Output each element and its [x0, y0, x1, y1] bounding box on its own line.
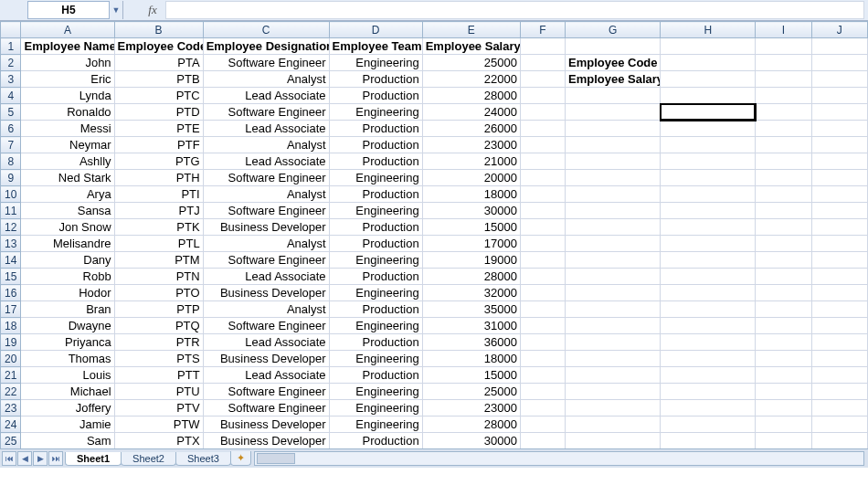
cell-J14[interactable]: [811, 252, 867, 269]
cell-B23[interactable]: PTV: [114, 400, 203, 416]
cell-H2[interactable]: [661, 55, 756, 71]
row-header-9[interactable]: 9: [1, 170, 21, 186]
cell-A21[interactable]: Louis: [21, 367, 114, 384]
cell-B2[interactable]: PTA: [114, 55, 203, 71]
cell-F11[interactable]: [520, 203, 565, 219]
cell-H4[interactable]: [661, 88, 756, 104]
cell-C2[interactable]: Software Engineer: [203, 55, 329, 71]
cell-G20[interactable]: [565, 351, 660, 367]
cell-I13[interactable]: [756, 236, 811, 252]
cell-G25[interactable]: [565, 433, 660, 449]
cell-B9[interactable]: PTH: [114, 170, 203, 186]
cell-E3[interactable]: 22000: [422, 71, 520, 88]
cell-A10[interactable]: Arya: [21, 186, 114, 203]
sheet-tab-sheet2[interactable]: Sheet2: [121, 452, 176, 466]
cell-F7[interactable]: [520, 137, 565, 153]
row-header-4[interactable]: 4: [1, 88, 21, 104]
column-header-I[interactable]: I: [756, 22, 811, 38]
cell-I16[interactable]: [756, 285, 811, 301]
name-box[interactable]: H5: [27, 1, 110, 19]
cell-G13[interactable]: [565, 236, 660, 252]
cell-E6[interactable]: 26000: [422, 121, 520, 137]
cell-D23[interactable]: Engineering: [329, 400, 422, 416]
cell-A16[interactable]: Hodor: [21, 285, 114, 301]
cell-H25[interactable]: [661, 433, 756, 449]
cell-G23[interactable]: [565, 400, 660, 416]
cell-G19[interactable]: [565, 334, 660, 351]
cell-J18[interactable]: [811, 318, 867, 334]
cell-C21[interactable]: Lead Associate: [203, 367, 329, 384]
cell-H18[interactable]: [661, 318, 756, 334]
cell-D13[interactable]: Production: [329, 236, 422, 252]
cell-H3[interactable]: [661, 71, 756, 88]
row-header-20[interactable]: 20: [1, 351, 21, 367]
row-header-2[interactable]: 2: [1, 55, 21, 71]
spreadsheet-grid[interactable]: ABCDEFGHIJ 1Employee NameEmployee CodeEm…: [0, 21, 868, 468]
cell-I6[interactable]: [756, 121, 811, 137]
cell-G4[interactable]: [565, 88, 660, 104]
cell-I8[interactable]: [756, 153, 811, 170]
cell-C15[interactable]: Lead Associate: [203, 269, 329, 285]
cell-I1[interactable]: [756, 38, 811, 55]
cell-A6[interactable]: Messi: [21, 121, 114, 137]
cell-B20[interactable]: PTS: [114, 351, 203, 367]
column-header-H[interactable]: H: [661, 22, 756, 38]
cell-F19[interactable]: [520, 334, 565, 351]
cell-J19[interactable]: [811, 334, 867, 351]
cell-C22[interactable]: Software Engineer: [203, 384, 329, 400]
row-header-17[interactable]: 17: [1, 301, 21, 318]
cell-J21[interactable]: [811, 367, 867, 384]
row-header-10[interactable]: 10: [1, 186, 21, 203]
cell-J1[interactable]: [811, 38, 867, 55]
cell-H12[interactable]: [661, 219, 756, 236]
cell-E9[interactable]: 20000: [422, 170, 520, 186]
cell-A15[interactable]: Robb: [21, 269, 114, 285]
cell-G12[interactable]: [565, 219, 660, 236]
cell-H14[interactable]: [661, 252, 756, 269]
cell-C4[interactable]: Lead Associate: [203, 88, 329, 104]
cell-A14[interactable]: Dany: [21, 252, 114, 269]
row-header-19[interactable]: 19: [1, 334, 21, 351]
cell-G17[interactable]: [565, 301, 660, 318]
cell-G2[interactable]: Employee Code: [565, 55, 660, 71]
cell-A9[interactable]: Ned Stark: [21, 170, 114, 186]
cell-C6[interactable]: Lead Associate: [203, 121, 329, 137]
cell-E25[interactable]: 30000: [422, 433, 520, 449]
cell-A17[interactable]: Bran: [21, 301, 114, 318]
cell-G6[interactable]: [565, 121, 660, 137]
cell-G24[interactable]: [565, 416, 660, 433]
cell-H7[interactable]: [661, 137, 756, 153]
cell-A3[interactable]: Eric: [21, 71, 114, 88]
column-header-C[interactable]: C: [203, 22, 329, 38]
cell-E23[interactable]: 23000: [422, 400, 520, 416]
cell-E14[interactable]: 19000: [422, 252, 520, 269]
cell-F5[interactable]: [520, 104, 565, 121]
cell-E11[interactable]: 30000: [422, 203, 520, 219]
cell-A5[interactable]: Ronaldo: [21, 104, 114, 121]
cell-A25[interactable]: Sam: [21, 433, 114, 449]
cell-J12[interactable]: [811, 219, 867, 236]
tab-nav-prev-icon[interactable]: ◀: [17, 451, 32, 466]
cell-H13[interactable]: [661, 236, 756, 252]
cell-E2[interactable]: 25000: [422, 55, 520, 71]
cell-A18[interactable]: Dwayne: [21, 318, 114, 334]
cell-H24[interactable]: [661, 416, 756, 433]
cell-G11[interactable]: [565, 203, 660, 219]
cell-A23[interactable]: Joffery: [21, 400, 114, 416]
cell-F12[interactable]: [520, 219, 565, 236]
cell-H19[interactable]: [661, 334, 756, 351]
cell-F21[interactable]: [520, 367, 565, 384]
cell-A19[interactable]: Priyanca: [21, 334, 114, 351]
column-header-D[interactable]: D: [329, 22, 422, 38]
cell-D4[interactable]: Production: [329, 88, 422, 104]
cell-E21[interactable]: 15000: [422, 367, 520, 384]
cell-E13[interactable]: 17000: [422, 236, 520, 252]
cell-J2[interactable]: [811, 55, 867, 71]
tab-nav-next-icon[interactable]: ▶: [33, 451, 48, 466]
cell-D22[interactable]: Engineering: [329, 384, 422, 400]
cell-J17[interactable]: [811, 301, 867, 318]
tab-nav-first-icon[interactable]: ⏮: [2, 451, 16, 466]
cell-C14[interactable]: Software Engineer: [203, 252, 329, 269]
row-header-7[interactable]: 7: [1, 137, 21, 153]
cell-J3[interactable]: [811, 71, 867, 88]
